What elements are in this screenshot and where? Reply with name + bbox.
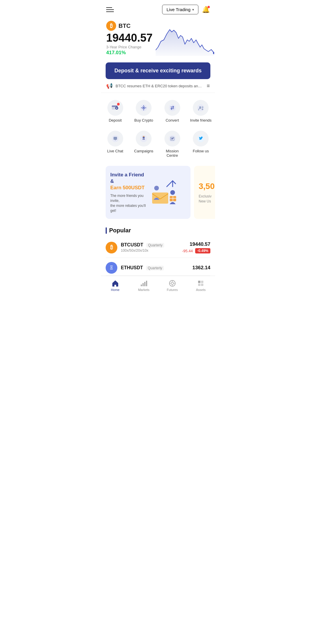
eth-coin-logo: Ξ xyxy=(106,262,117,274)
svg-point-28 xyxy=(171,282,174,284)
hamburger-menu[interactable] xyxy=(106,7,114,12)
price-left: ₿ BTC 19440.57 3-Year Price Change 417.0… xyxy=(106,21,153,56)
convert-label: Convert xyxy=(166,118,179,122)
popular-title: Popular xyxy=(109,227,131,234)
svg-point-21 xyxy=(170,190,175,195)
btc-change-val: -95.44 xyxy=(182,249,193,253)
notification-bell[interactable]: 🔔 xyxy=(202,6,210,13)
action-mission-centre[interactable]: Mission Centre xyxy=(158,127,187,162)
table-row[interactable]: Ξ ETHUSDT Quarterly 1362.14 xyxy=(106,258,210,276)
futures-icon xyxy=(169,280,176,287)
btc-pct: 417.01% xyxy=(106,50,153,56)
markets-nav-label: Markets xyxy=(138,288,150,292)
action-invite-friends[interactable]: Invite friends xyxy=(187,96,215,127)
promo-card-new-user[interactable]: 3,50 ExclusivNew Us xyxy=(194,166,215,219)
deposit-icon xyxy=(111,103,119,112)
btc-price: 19440.57 xyxy=(106,32,153,44)
buy-crypto-icon xyxy=(140,104,147,112)
promo-title-invite: Invite a Friend &Earn 500USDT xyxy=(110,172,148,191)
btc-symbol: BTC xyxy=(118,23,130,29)
svg-point-20 xyxy=(154,186,159,190)
svg-rect-5 xyxy=(116,108,117,109)
btc-change-badge: -0.49% xyxy=(195,248,210,253)
campaigns-icon xyxy=(140,135,147,142)
nav-futures[interactable]: Futures xyxy=(158,278,187,293)
follow-us-label: Follow us xyxy=(193,149,209,153)
promo-section: Invite a Friend &Earn 500USDT The more f… xyxy=(101,162,215,223)
follow-us-icon xyxy=(197,135,205,142)
btc-coin-info: BTCUSDT Quarterly 100x/50x/20x/10x xyxy=(121,242,182,253)
btc-change-row: -95.44 -0.49% xyxy=(182,248,210,253)
promo-desc-new-user: ExclusivNew Us xyxy=(199,194,215,204)
buy-crypto-label: Buy Crypto xyxy=(134,118,153,122)
price-section: ₿ BTC 19440.57 3-Year Price Change 417.0… xyxy=(101,18,215,57)
popular-header: Popular xyxy=(106,227,210,234)
announcement-menu-icon[interactable]: ≡ xyxy=(207,83,210,89)
announcement-icon: 📢 xyxy=(106,83,113,89)
action-deposit[interactable]: Deposit xyxy=(101,96,130,127)
action-campaigns[interactable]: Campaigns xyxy=(130,127,158,162)
announcement-text: BTCC resumes ETH & ERC20 token deposits … xyxy=(116,84,204,88)
eth-price-col: 1362.14 xyxy=(193,265,210,271)
btc-change-label: 3-Year Price Change xyxy=(106,45,153,49)
header-right: Live Trading ▾ 🔔 xyxy=(162,5,210,14)
svg-point-9 xyxy=(199,106,201,108)
eth-coin-type: Quarterly xyxy=(146,266,164,270)
promo-illustration xyxy=(151,178,186,207)
btc-coin-leverage: 100x/50x/20x/10x xyxy=(121,248,182,253)
deposit-banner-text: Deposit & receive exciting rewards xyxy=(114,68,202,74)
convert-icon xyxy=(169,104,176,112)
btc-coin-name: BTCUSDT xyxy=(121,242,143,247)
svg-rect-23 xyxy=(141,284,142,286)
live-trading-label: Live Trading xyxy=(166,7,190,12)
btc-chart xyxy=(153,21,210,57)
svg-rect-19 xyxy=(152,192,168,204)
invite-friends-icon xyxy=(197,104,205,112)
header: Live Trading ▾ 🔔 xyxy=(101,0,215,18)
eth-coin-price: 1362.14 xyxy=(193,265,210,271)
popular-bar-accent xyxy=(106,227,107,234)
promo-big-number: 3,50 xyxy=(199,181,215,192)
nav-home[interactable]: Home xyxy=(101,278,130,293)
svg-rect-31 xyxy=(198,284,200,286)
eth-coin-name: ETHUSDT xyxy=(121,265,143,270)
action-follow-us[interactable]: Follow us xyxy=(187,127,215,162)
assets-nav-label: Assets xyxy=(196,288,206,292)
notification-dot xyxy=(207,6,210,8)
mission-centre-icon xyxy=(169,135,176,142)
promo-card-invite[interactable]: Invite a Friend &Earn 500USDT The more f… xyxy=(106,166,190,219)
svg-rect-32 xyxy=(201,284,203,286)
eth-coin-info: ETHUSDT Quarterly xyxy=(121,265,193,270)
action-live-chat[interactable]: Live Chat xyxy=(101,127,130,162)
svg-rect-17 xyxy=(171,137,174,138)
promo-desc-invite: The more friends you invite,the more reb… xyxy=(110,193,148,213)
svg-rect-29 xyxy=(198,281,200,283)
chevron-down-icon: ▾ xyxy=(192,8,194,12)
btc-label: ₿ BTC xyxy=(106,21,153,31)
live-trading-button[interactable]: Live Trading ▾ xyxy=(162,5,198,14)
deposit-notification-dot xyxy=(117,103,120,105)
announcement-bar: 📢 BTCC resumes ETH & ERC20 token deposit… xyxy=(101,79,215,93)
live-chat-label: Live Chat xyxy=(107,149,123,153)
btc-price-col: 19440.57 -95.44 -0.49% xyxy=(182,241,210,253)
deposit-banner[interactable]: Deposit & receive exciting rewards xyxy=(106,62,210,79)
nav-assets[interactable]: Assets xyxy=(187,278,215,293)
nav-markets[interactable]: Markets xyxy=(130,278,158,293)
futures-nav-label: Futures xyxy=(167,288,178,292)
btc-coin-type: Quarterly xyxy=(146,243,164,248)
table-row[interactable]: ₿ BTCUSDT Quarterly 100x/50x/20x/10x 194… xyxy=(106,237,210,258)
svg-point-7 xyxy=(169,104,176,111)
campaigns-label: Campaigns xyxy=(134,149,153,153)
mission-centre-label: Mission Centre xyxy=(160,149,184,158)
bottom-nav: Home Markets Futures Assets xyxy=(101,276,215,294)
invite-friends-label: Invite friends xyxy=(190,118,212,122)
deposit-label: Deposit xyxy=(109,118,122,122)
action-convert[interactable]: Convert xyxy=(158,96,187,127)
btc-logo: ₿ xyxy=(106,21,116,31)
action-buy-crypto[interactable]: Buy Crypto xyxy=(130,96,158,127)
btc-coin-logo: ₿ xyxy=(106,242,117,253)
actions-grid: Deposit Buy Crypto Convert xyxy=(101,93,215,162)
svg-rect-13 xyxy=(142,139,145,140)
markets-icon xyxy=(140,280,147,287)
home-nav-label: Home xyxy=(111,288,119,292)
